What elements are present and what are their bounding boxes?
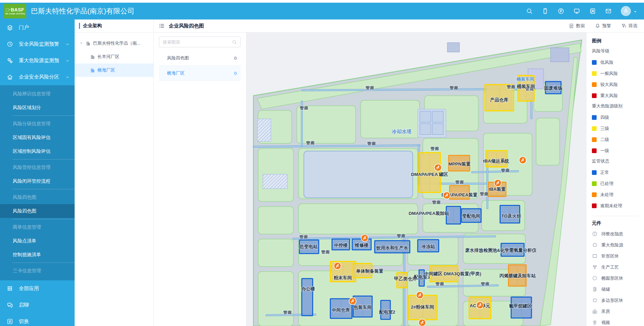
factory-map[interactable]: 管廊管廊管廊管廊管廊管廊管廊管廊管廊管廊管廊管廊管廊管廊管廊管廊管廊管廊冷却水塔… xyxy=(246,33,587,326)
map-text-label: 冷却水塔 xyxy=(392,129,412,134)
alarm-marker-icon[interactable] xyxy=(435,164,442,171)
alarm-marker-icon[interactable] xyxy=(416,292,424,299)
major-hazard-source-icon xyxy=(592,242,598,248)
corridor-label: 管廊 xyxy=(283,310,292,315)
search-icon[interactable] xyxy=(232,40,237,45)
toolbar-action-data[interactable]: 数据 xyxy=(569,23,585,29)
sidebar-item-major-hazard-monitor[interactable]: 重大危险源监测预 xyxy=(0,52,75,69)
color-swatch xyxy=(592,115,597,120)
alarm-marker-icon[interactable] xyxy=(477,302,484,309)
sidebar-item-enterprise-risk-zoning[interactable]: 企业安全风险分区 xyxy=(0,69,75,85)
zone-label: TO及火炬 xyxy=(501,214,521,219)
sidebar-subitem-risk-zone-division[interactable]: 风险区域划分 xyxy=(0,101,75,114)
tree-node-company-root[interactable]: 巴斯夫特性化学品（南... xyxy=(75,37,153,50)
zone-label: tBA储运系统 xyxy=(483,158,509,164)
sidebar-subitem-risk-loop-process[interactable]: 风险闭环管控流程 xyxy=(0,174,75,188)
tree-node-plant-changfenghe[interactable]: 长丰河厂区 xyxy=(75,50,153,63)
alarm-marker-icon[interactable] xyxy=(494,180,501,187)
sidebar-item-label: 安全风险监测预警 xyxy=(19,41,59,47)
layer-risk-map[interactable]: 风险四色图 0 xyxy=(159,51,241,66)
submenu-divider xyxy=(12,219,75,219)
zone-label: 维修楼 xyxy=(355,243,369,248)
element-item-label: 重大危险源 xyxy=(601,242,623,248)
alarm-marker-icon[interactable] xyxy=(519,157,526,164)
layer-search-input[interactable] xyxy=(163,40,232,45)
alarm-marker-icon[interactable] xyxy=(334,263,341,270)
tree-expand-icon[interactable] xyxy=(79,41,83,45)
toolbar-action-filter[interactable]: 筛选 xyxy=(621,23,637,29)
alarm-marker-icon[interactable] xyxy=(349,298,356,305)
legend-item-elevated: 较大风险 xyxy=(592,79,641,90)
layer-search-box xyxy=(159,37,241,47)
elements-title: 元件 xyxy=(592,220,641,226)
contacts-icon[interactable] xyxy=(589,8,596,14)
sidebar-item-safety-risk-monitor[interactable]: 安全风险监测预警 xyxy=(0,36,75,52)
zone-label: 废水排放检测池&化学需氧量分析仪 xyxy=(465,248,537,253)
funnel-icon xyxy=(621,23,627,29)
element-item-label: 椭圆形区块 xyxy=(601,275,623,281)
zone-label: 办公楼 xyxy=(301,286,315,291)
mail-icon[interactable] xyxy=(605,8,612,14)
element-item-production-process: 生产工艺 xyxy=(592,262,641,273)
sidebar-subitem-risk-map-group: 风险四色图 xyxy=(0,190,75,204)
corridor-label: 管廊 xyxy=(367,141,376,146)
rect-block-icon xyxy=(592,253,598,259)
map-zone[interactable] xyxy=(302,279,313,316)
corridor-label: 管廊 xyxy=(321,250,330,254)
legend-item-label: 低风险 xyxy=(600,59,613,65)
sidebar-subitem-risk-map[interactable]: 风险四色图 xyxy=(0,204,75,218)
submenu-divider xyxy=(12,263,75,263)
hatched-area xyxy=(263,174,287,189)
sidebar-subitem-control-risk-assess[interactable]: 区域控制风险评估 xyxy=(0,144,75,158)
alarm-marker-icon[interactable] xyxy=(361,235,368,242)
polygon-block-icon xyxy=(592,297,598,303)
basf-logo: □·BASF We create chemistry xyxy=(4,4,26,18)
color-swatch xyxy=(592,148,597,153)
layer-count: 0 xyxy=(234,56,237,61)
sidebar-item-chat[interactable]: 启聊 xyxy=(0,297,75,313)
sidebar-item-label: 企业安全风险分区 xyxy=(19,74,59,80)
monitor-icon[interactable] xyxy=(573,8,580,14)
ellipse-block-icon xyxy=(592,275,598,281)
production-process-icon xyxy=(592,264,598,270)
alarm-marker-icon[interactable] xyxy=(443,192,450,199)
alarm-marker-icon[interactable] xyxy=(419,319,426,326)
legend-item-normal: 正常 xyxy=(592,167,641,178)
bell-icon xyxy=(595,23,600,29)
toolbar-action-alert[interactable]: 预警 xyxy=(595,23,611,29)
avatar[interactable]: A xyxy=(621,6,631,16)
legend-item-label: 较大风险 xyxy=(600,82,618,88)
tree-node-plant-henghai[interactable]: 横海厂区 xyxy=(75,63,153,77)
sidebar-item-label: 重大危险源监测预 xyxy=(19,57,59,64)
parking-icon[interactable] xyxy=(558,8,564,14)
layer-henghai[interactable]: 横海厂区 0 xyxy=(159,66,241,81)
sidebar-item-portal[interactable]: 门户 xyxy=(0,19,75,36)
sidebar-subitem-control-measure-list[interactable]: 控制措施清单 xyxy=(0,248,75,262)
tree-node-label: 巴斯夫特性化学品（南... xyxy=(93,40,140,46)
corridor-label: 管廊 xyxy=(365,86,374,90)
legend-title: 图例 xyxy=(592,38,641,44)
enterprise-tree: 巴斯夫特性化学品（南... 长丰河厂区 横海厂区 xyxy=(75,33,153,77)
sidebar-subitem-inherent-risk-assess[interactable]: 区域固有风险评估 xyxy=(0,131,75,144)
layer-label: 风险四色图 xyxy=(167,55,189,61)
layer-panel: 风险四色图 0 横海厂区 0 xyxy=(154,33,246,326)
user-menu[interactable]: A xyxy=(621,6,637,16)
element-item-label: 待整改隐患 xyxy=(601,231,623,237)
search-icon[interactable] xyxy=(526,8,533,14)
zone-label: 丙烯腈罐及卸车站 xyxy=(499,273,536,278)
sidebar-item-label: 门户 xyxy=(19,25,29,31)
element-item-warehouse: 库房 xyxy=(592,306,641,317)
corridor-label: 管廊 xyxy=(501,168,510,173)
legend-item-label: 已处理 xyxy=(600,181,613,187)
sidebar-item-switch[interactable]: 切换 xyxy=(0,313,75,326)
cooling-tower xyxy=(432,124,443,135)
basf-logo-brand: □·BASF xyxy=(6,7,24,12)
mobile-icon[interactable] xyxy=(542,8,549,14)
legend-item-handled: 已处理 xyxy=(592,178,641,189)
toolbar-action-label: 数据 xyxy=(576,23,585,29)
pending-hazard-icon xyxy=(592,231,598,237)
sidebar-item-all-apps[interactable]: 全部应用 xyxy=(0,280,75,297)
corridor-label: 管廊 xyxy=(455,180,464,185)
sidebar-subitem-risk-point-list[interactable]: 风险点清单 xyxy=(0,234,75,248)
layer-menu-icon[interactable] xyxy=(159,23,165,29)
